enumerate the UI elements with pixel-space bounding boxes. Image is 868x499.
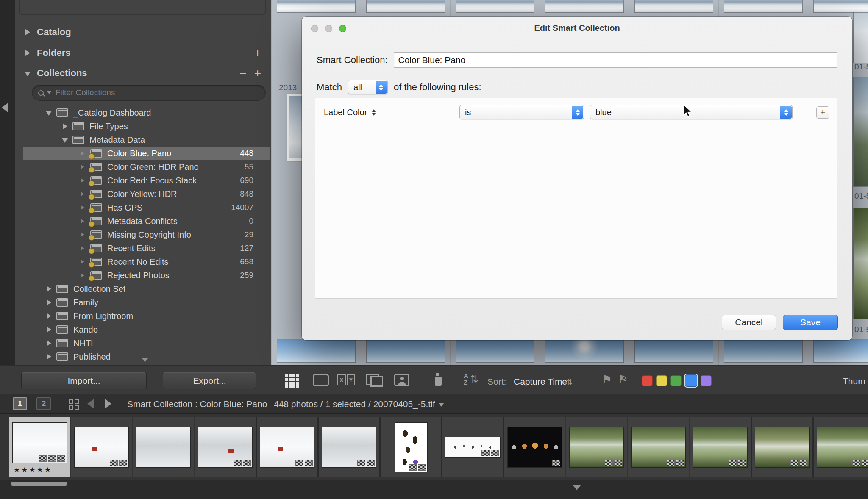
go-forward-icon[interactable]	[105, 399, 111, 408]
photo-thumbnail[interactable]	[367, 339, 445, 362]
star-rating[interactable]: ★★★★★	[14, 466, 52, 474]
save-button[interactable]: Save	[783, 315, 838, 330]
thumbnail-badge-icon[interactable]	[48, 455, 56, 462]
smart-collection-item[interactable]: Color Yellow: HDR848	[23, 187, 270, 201]
smart-collection-item[interactable]: Color Green: HDR Pano55	[23, 160, 270, 174]
filmstrip-status[interactable]: 448 photos / 1 selected / 20070405_-5.ti…	[274, 399, 444, 409]
add-rule-button[interactable]: +	[816, 106, 829, 119]
collection-folder-item[interactable]: File Types	[23, 119, 270, 133]
smart-collection-item[interactable]: Color Blue: Pano448	[23, 147, 270, 160]
thumbnail-badge-icon[interactable]	[605, 460, 613, 466]
smart-collection-item[interactable]: Metadata Conflicts0	[23, 214, 270, 228]
photo-thumbnail[interactable]	[635, 0, 713, 12]
thumbnail-badge-icon[interactable]	[119, 460, 127, 466]
rule-field-dropdown[interactable]: Label Color	[324, 108, 451, 117]
reject-flag-icon[interactable]: ⚑✕	[618, 374, 628, 385]
collection-folder-item[interactable]: Metadata Data	[23, 133, 270, 147]
color-swatch[interactable]	[642, 375, 653, 386]
panel-end-caret-icon[interactable]	[142, 358, 148, 362]
compare-view-icon[interactable]: XY	[337, 374, 355, 385]
remove-collection-button[interactable]: −	[237, 67, 249, 79]
thumbnail-badge-icon[interactable]	[57, 455, 65, 462]
disclosure-triangle-icon[interactable]	[45, 326, 52, 333]
grid-view-icon[interactable]	[285, 374, 299, 388]
smart-collection-item[interactable]: Rejected Photos259	[23, 269, 270, 282]
photo-thumbnail[interactable]	[814, 339, 868, 362]
disclosure-triangle-icon[interactable]	[45, 353, 52, 360]
add-folder-button[interactable]: +	[252, 47, 264, 59]
thumbnail-badge-icon[interactable]	[614, 460, 622, 466]
filmstrip-thumbnail[interactable]	[257, 417, 317, 477]
photo-thumbnail[interactable]	[814, 0, 868, 12]
thumbnail-badge-icon[interactable]	[357, 460, 365, 466]
smart-collection-item[interactable]: Has GPS14007	[23, 201, 270, 214]
filmstrip-thumbnail[interactable]: ★★★★★	[9, 417, 70, 477]
color-swatch[interactable]	[701, 375, 712, 386]
survey-view-icon[interactable]	[366, 374, 383, 387]
go-back-icon[interactable]	[87, 399, 94, 408]
filmstrip-thumbnail[interactable]	[566, 417, 627, 477]
photo-thumbnail[interactable]	[635, 339, 713, 362]
main-window-button[interactable]: 1	[13, 397, 27, 410]
cancel-button[interactable]: Cancel	[722, 315, 776, 330]
smart-collection-name-input[interactable]	[394, 52, 837, 68]
thumbnail-badge-icon[interactable]	[491, 450, 499, 456]
thumbnail-badge-icon[interactable]	[552, 460, 560, 466]
thumbnail-badge-icon[interactable]	[39, 455, 47, 462]
filmstrip-scrollbar[interactable]	[11, 482, 67, 486]
thumbnail-badge-icon[interactable]	[790, 460, 798, 466]
thumbnail-badge-icon[interactable]	[243, 460, 251, 466]
panel-header-collections[interactable]: Collections − +	[15, 64, 271, 83]
add-collection-button[interactable]: +	[252, 67, 264, 79]
disclosure-triangle-icon[interactable]	[45, 313, 52, 319]
panel-header-folders[interactable]: Folders +	[15, 43, 271, 63]
filmstrip-thumbnail[interactable]	[195, 417, 256, 477]
import-button[interactable]: Import...	[21, 372, 147, 389]
disclosure-triangle-icon[interactable]	[45, 286, 52, 292]
photo-thumbnail[interactable]	[456, 0, 534, 12]
thumbnail-badge-icon[interactable]	[667, 460, 675, 466]
filmstrip-thumbnail[interactable]	[814, 417, 868, 477]
disclosure-triangle-icon[interactable]	[45, 299, 52, 306]
filmstrip-breadcrumb[interactable]: Smart Collection : Color Blue: Pano	[127, 399, 267, 409]
thumbnail-badge-icon[interactable]	[409, 464, 417, 471]
color-swatch[interactable]	[670, 375, 682, 386]
disclosure-triangle-icon[interactable]	[45, 340, 52, 347]
panel-header-catalog[interactable]: Catalog	[15, 22, 271, 42]
photo-thumbnail[interactable]	[854, 77, 868, 186]
collection-folder-item[interactable]: Kando	[23, 323, 270, 336]
thumbnail-badge-icon[interactable]	[862, 460, 868, 466]
match-dropdown[interactable]: all	[348, 80, 388, 94]
thumbnail-badge-icon[interactable]	[367, 460, 375, 466]
color-swatch[interactable]	[685, 374, 697, 387]
thumbnail-badge-icon[interactable]	[800, 460, 808, 466]
filmstrip-thumbnail[interactable]	[752, 417, 812, 477]
filter-collections-input[interactable]: Filter Collections	[32, 85, 266, 101]
rule-operator-dropdown[interactable]: is	[459, 105, 584, 119]
people-view-icon[interactable]	[394, 374, 409, 386]
export-button[interactable]: Export...	[163, 372, 256, 389]
thumbnail-badge-icon[interactable]	[481, 450, 490, 456]
smart-collection-item[interactable]: Recent Edits127	[23, 241, 270, 255]
grid-icon[interactable]	[69, 399, 79, 410]
color-swatch[interactable]	[656, 375, 667, 386]
photo-thumbnail[interactable]	[854, 208, 868, 319]
filmstrip-thumbnail[interactable]	[71, 417, 132, 477]
collection-folder-item[interactable]: Family	[23, 296, 270, 309]
disclosure-triangle-icon[interactable]	[45, 109, 52, 116]
pick-flag-icon[interactable]: ⚑	[602, 374, 612, 385]
smart-collection-item[interactable]: Color Red: Focus Stack690	[23, 174, 270, 187]
photo-thumbnail[interactable]	[277, 339, 355, 362]
filmstrip-thumbnail[interactable]	[381, 417, 441, 477]
collection-folder-item[interactable]: NHTI	[23, 336, 270, 350]
photo-thumbnail[interactable]	[456, 339, 534, 362]
thumbnail-badge-icon[interactable]	[305, 460, 313, 466]
photo-thumbnail[interactable]	[277, 0, 355, 12]
photo-thumbnail[interactable]	[724, 339, 802, 362]
collection-folder-item[interactable]: From Lightroom	[23, 309, 270, 323]
thumbnail-badge-icon[interactable]	[738, 460, 746, 466]
collection-folder-item[interactable]: Collection Set	[23, 282, 270, 296]
panel-collapse-arrow-icon[interactable]	[2, 103, 8, 113]
collection-folder-item[interactable]: _Catalog Dashboard	[23, 106, 270, 119]
thumbnail-badge-icon[interactable]	[729, 460, 737, 466]
